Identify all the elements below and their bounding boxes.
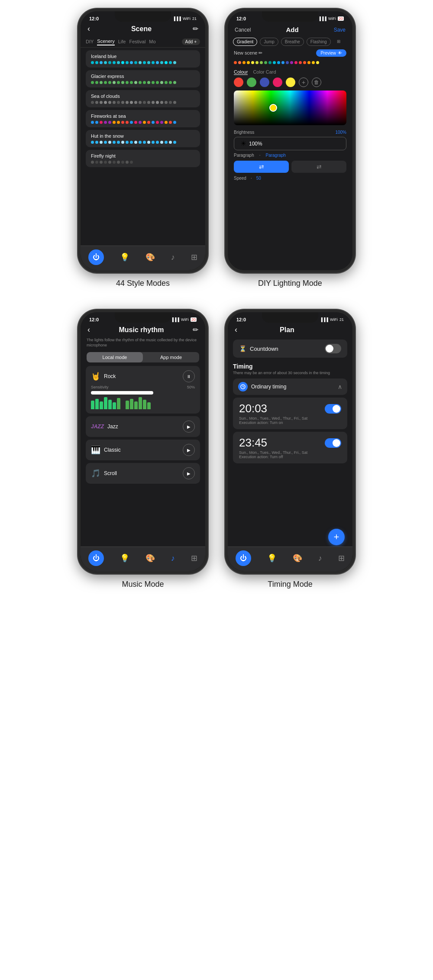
paragraph-link[interactable]: Paragraph <box>265 153 286 158</box>
music-nav-title: Music rhythm <box>119 326 164 334</box>
mode-toggle: Local mode App mode <box>87 352 199 362</box>
color-picker[interactable] <box>234 91 346 125</box>
swatch-yellow[interactable] <box>286 78 295 87</box>
music-bulb-button[interactable]: 💡 <box>120 553 129 563</box>
music-power-button[interactable]: ⏻ <box>88 550 104 566</box>
dot <box>113 161 116 164</box>
plan-nav-bar: ‹ Plan <box>228 324 352 337</box>
classic-play-button[interactable]: ▶ <box>183 444 195 456</box>
music-phone-screen: 12:0 ▐▐▐ WiFi 20 ‹ Music rhythm ✏ <box>81 312 205 571</box>
plan-bulb-button[interactable]: 💡 <box>267 553 277 563</box>
music-item-scroll[interactable]: 🎵 Scroll ▶ <box>86 463 200 484</box>
plan-back-button[interactable]: ‹ <box>235 325 237 334</box>
swatch-blue[interactable] <box>260 78 269 87</box>
effect-tab-gradient[interactable]: Gradient <box>233 38 257 46</box>
dot <box>165 61 168 64</box>
dot <box>95 121 98 124</box>
ordinary-timing-row[interactable]: Ordinary timing ∧ <box>233 378 347 395</box>
dot <box>108 121 111 124</box>
dot <box>156 81 159 84</box>
diy-save-button[interactable]: Save <box>334 27 346 33</box>
dot <box>156 101 159 104</box>
tab-mo[interactable]: Mo <box>149 38 155 45</box>
music-item-classic[interactable]: 🎹 Classic ▶ <box>86 440 200 460</box>
diy-cancel-button[interactable]: Cancel <box>235 27 251 33</box>
scene-item-glacier-name: Glacier express <box>91 74 195 79</box>
rock-pause-button[interactable]: ⏸ <box>183 370 195 382</box>
dot <box>260 61 263 64</box>
jazz-play-button[interactable]: ▶ <box>183 420 195 433</box>
plan-palette-button[interactable]: 🎨 <box>293 553 302 563</box>
swatch-red[interactable] <box>234 78 243 87</box>
effect-tab-breathe[interactable]: Breathe <box>281 38 304 46</box>
ordinary-left: Ordinary timing <box>238 382 286 391</box>
music-palette-button[interactable]: 🎨 <box>145 553 155 563</box>
grid-nav-button[interactable]: ⊞ <box>191 252 197 262</box>
effect-tab-jump[interactable]: Jump <box>260 38 278 46</box>
paragraph-btn-1[interactable]: ⇄ <box>234 161 289 173</box>
tab-scenery[interactable]: Scenery <box>97 38 114 45</box>
music-edit-button[interactable]: ✏ <box>193 326 198 334</box>
plan-music-button[interactable]: ♪ <box>318 554 322 563</box>
fab-add-button[interactable]: + <box>328 529 345 545</box>
scene-back-button[interactable]: ‹ <box>87 24 90 33</box>
paragraph-btn-2[interactable]: ⇄ <box>291 161 346 173</box>
dot <box>104 121 107 124</box>
plan-power-button[interactable]: ⏻ <box>236 550 251 566</box>
preview-button[interactable]: Preview 👁 <box>316 49 346 57</box>
swatch-add-button[interactable]: + <box>299 78 308 87</box>
sensitivity-bar[interactable] <box>91 391 153 395</box>
music-grid-button[interactable]: ⊞ <box>191 553 197 563</box>
local-mode-button[interactable]: Local mode <box>87 352 143 362</box>
bulb-nav-button[interactable]: 💡 <box>120 252 129 262</box>
dot <box>104 61 107 64</box>
dot <box>173 141 176 144</box>
scene-item-glacier[interactable]: Glacier express <box>86 70 200 87</box>
music-music-button[interactable]: ♪ <box>171 554 175 563</box>
scene-item-firefly[interactable]: Firefly night <box>86 150 200 167</box>
scene-item-fireworks[interactable]: Fireworks at sea <box>86 110 200 127</box>
tab-life[interactable]: Life <box>118 38 126 45</box>
scene-item-fireworks-dots <box>91 121 195 124</box>
scene-label: 44 Style Modes <box>116 279 170 288</box>
dot <box>156 61 159 64</box>
swatch-pink[interactable] <box>273 78 282 87</box>
colour-tab-colour[interactable]: Colour <box>234 69 248 75</box>
scene-edit-button[interactable]: ✏ <box>193 25 198 33</box>
colour-tab-card[interactable]: Color Card <box>253 69 276 75</box>
countdown-toggle[interactable] <box>325 344 341 353</box>
app-mode-button[interactable]: App mode <box>143 352 199 362</box>
music-item-scroll-left: 🎵 Scroll <box>91 469 117 478</box>
dot <box>126 61 129 64</box>
music-back-button[interactable]: ‹ <box>87 325 90 334</box>
dot <box>117 61 120 64</box>
dot <box>91 161 94 164</box>
timer-1-toggle[interactable] <box>325 404 341 414</box>
swatch-delete-button[interactable]: 🗑 <box>312 78 321 87</box>
dot <box>108 141 111 144</box>
signal-icon: ▐▐▐ <box>318 16 326 21</box>
music-item-classic-left: 🎹 Classic <box>91 445 121 455</box>
dot <box>113 81 116 84</box>
plan-grid-button[interactable]: ⊞ <box>338 553 345 563</box>
music-item-rock[interactable]: 🤘 Rock ⏸ Sensitivity 50% <box>86 366 200 414</box>
scene-item-hut[interactable]: Hut in the snow <box>86 130 200 147</box>
effect-tab-flashing[interactable]: Flashing <box>307 38 331 46</box>
scene-add-button[interactable]: Add + <box>182 39 200 45</box>
brightness-bar[interactable]: ☀ 100% <box>234 137 346 150</box>
scroll-play-button[interactable]: ▶ <box>183 467 195 479</box>
swatch-green[interactable] <box>247 78 256 87</box>
timer-2-toggle[interactable] <box>325 438 341 448</box>
scene-item-sea-clouds[interactable]: Sea of clouds <box>86 90 200 107</box>
picker-thumb[interactable] <box>269 104 277 112</box>
music-nav-button[interactable]: ♪ <box>171 253 175 262</box>
palette-nav-button[interactable]: 🎨 <box>145 252 155 262</box>
scene-phone-screen: 12:0 ▐▐▐ WiFi 21 ‹ Scene ✏ <box>81 11 205 270</box>
effect-tab-grid[interactable]: ⊞ <box>333 38 344 46</box>
tab-festival[interactable]: Festival <box>129 38 145 45</box>
scene-item-iceland[interactable]: Iceland blue <box>86 50 200 68</box>
scene-item-firefly-dots <box>91 161 195 164</box>
music-item-jazz[interactable]: JAZZ Jazz ▶ <box>86 416 200 437</box>
power-button[interactable]: ⏻ <box>88 249 104 265</box>
tab-diy[interactable]: DIY <box>86 38 94 45</box>
